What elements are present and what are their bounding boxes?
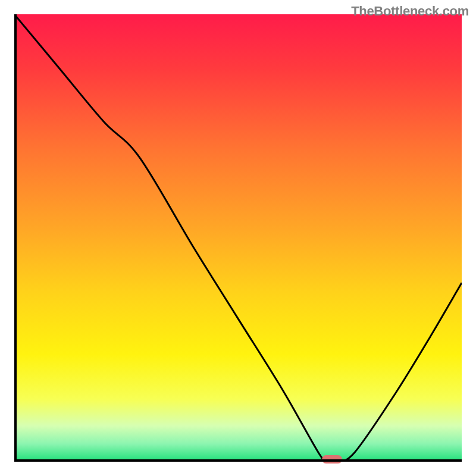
plot-area [14,14,462,462]
bottleneck-curve [14,14,462,462]
watermark-text: TheBottleneck.com [351,4,469,19]
chart-container: TheBottleneck.com [0,0,476,476]
x-axis [14,459,462,462]
y-axis [14,14,17,462]
